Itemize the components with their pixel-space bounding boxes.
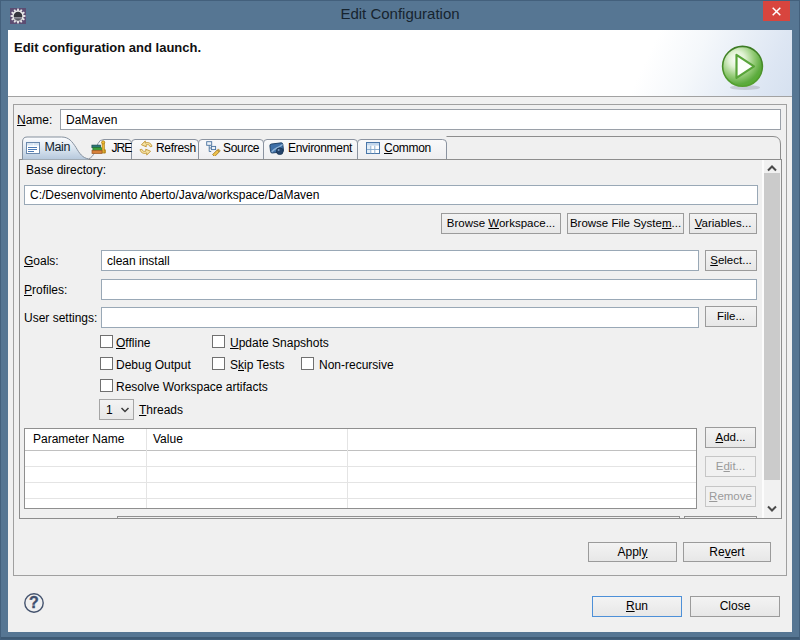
svg-text:?: ? [29, 594, 39, 611]
